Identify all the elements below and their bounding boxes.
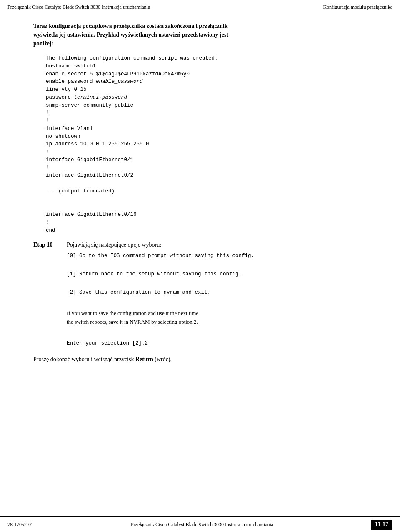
terminal-password-italic: terminal-password: [74, 95, 128, 100]
footer-doc-number: 78-17052-01: [8, 522, 33, 528]
footer-title-center: Przełącznik Cisco Catalyst Blade Switch …: [131, 522, 273, 528]
step10-intro: Pojawiają się następujące opcje wyboru:: [67, 242, 367, 248]
header-title-right: Konfiguracja modułu przełącznika: [323, 4, 392, 10]
step10-row: Etap 10 Pojawiają się następujące opcje …: [33, 242, 367, 349]
option0-line: [0] Go to the IOS command prompt without…: [67, 252, 367, 260]
intro-paragraph: Teraz konfiguracja początkowa przełączni…: [33, 22, 367, 48]
enter-selection-line: Enter your selection [2]:2: [67, 339, 367, 347]
intro-line2: wyświetla jej ustawienia. Przykład wyświ…: [33, 32, 228, 38]
header-title-left: Przełącznik Cisco Catalyst Blade Switch …: [8, 4, 150, 10]
closing-bold: Return: [135, 356, 153, 362]
intro-line1: Teraz konfiguracja początkowa przełączni…: [33, 23, 228, 29]
step10-label: Etap 10: [33, 242, 67, 248]
enable-password-italic: enable_password: [96, 79, 143, 85]
config-code-block: The following configuration command scri…: [46, 55, 367, 234]
closing-text: Proszę dokonać wyboru i wcisnąć przycisk…: [33, 355, 367, 364]
intro-line3: poniżej:: [33, 40, 53, 47]
step10-content: Pojawiają się następujące opcje wyboru: …: [67, 242, 367, 349]
info-line2: the switch reboots, save it in NVRAM by …: [67, 319, 198, 325]
option2-line: [2] Save this configuration to nvram and…: [67, 288, 367, 297]
page-footer: 78-17052-01 Przełącznik Cisco Catalyst B…: [0, 516, 400, 532]
footer-page-number: 11-17: [371, 520, 392, 530]
info-text: If you want to save the configuration an…: [67, 309, 367, 327]
page-header: Przełącznik Cisco Catalyst Blade Switch …: [0, 0, 400, 13]
closing-pre: Proszę dokonać wyboru i wcisnąć przycisk: [33, 356, 135, 362]
option1-line: [1] Return back to the setup without sav…: [67, 270, 367, 278]
info-line1: If you want to save the configuration an…: [67, 310, 198, 316]
main-content: Teraz konfiguracja początkowa przełączni…: [0, 13, 400, 397]
closing-post: (wróć).: [153, 356, 172, 362]
